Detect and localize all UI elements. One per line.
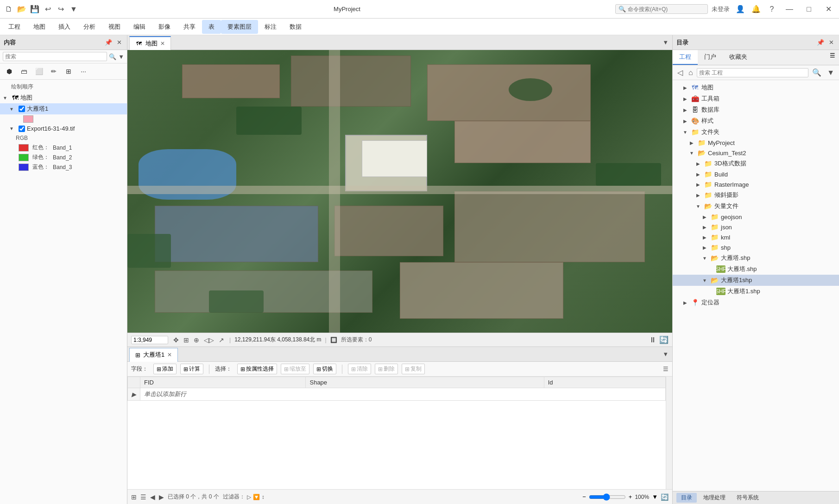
open-project-icon[interactable]: 📂 xyxy=(17,4,27,14)
build-expand-icon[interactable]: ▶ xyxy=(695,172,701,177)
command-search[interactable]: 🔍 xyxy=(615,4,708,14)
menu-feature-layer[interactable]: 要素图层 xyxy=(221,20,258,34)
dir-item-locator[interactable]: ▶ 📍 定位器 xyxy=(673,297,839,308)
menu-image[interactable]: 影像 xyxy=(152,20,177,34)
scale-input[interactable] xyxy=(131,336,168,344)
help-icon[interactable]: ? xyxy=(767,4,777,14)
bottom-tab-directory[interactable]: 目录 xyxy=(676,493,697,503)
menu-edit[interactable]: 编辑 xyxy=(127,20,152,34)
style-collapse-icon[interactable]: ▶ xyxy=(682,119,688,124)
calc-field-button[interactable]: ⊞ 计算 xyxy=(180,364,203,374)
dir-item-dayanta1-shp-file[interactable]: SHP 大雁塔1.shp xyxy=(673,286,839,297)
refresh-button[interactable]: 🔄 xyxy=(659,335,669,344)
more-icon[interactable]: ▼ xyxy=(69,4,79,14)
dir-item-kml[interactable]: ▶ 📁 kml xyxy=(673,232,839,242)
locate-tool[interactable]: ⊕ xyxy=(192,336,201,344)
add-icon[interactable]: ⊞ xyxy=(62,65,75,77)
dir-item-cesium[interactable]: ▼ 📂 Cesium_Test2 xyxy=(673,148,839,158)
dir-item-map[interactable]: ▶ 🗺 地图 xyxy=(673,82,839,93)
switch-button[interactable]: ⊞ 切换 xyxy=(313,364,336,374)
menu-share[interactable]: 共享 xyxy=(177,20,202,34)
dir-item-toolbox[interactable]: ▶ 🧰 工具箱 xyxy=(673,93,839,104)
dayanta1-checkbox[interactable] xyxy=(19,106,25,112)
dir-item-3d[interactable]: ▶ 📁 3D格式数据 xyxy=(673,158,839,169)
dir-item-oblique[interactable]: ▶ 📁 倾斜摄影 xyxy=(673,189,839,201)
map-tab-close-icon[interactable]: ✕ xyxy=(160,40,165,47)
table-prev-icon[interactable]: ◀ xyxy=(150,493,155,501)
save-project-icon[interactable]: 💾 xyxy=(30,4,40,14)
table-tab-options[interactable]: ▼ xyxy=(661,349,670,359)
zoom-plus-icon[interactable]: + xyxy=(629,493,632,500)
tif-checkbox[interactable] xyxy=(19,126,25,132)
dir-item-db[interactable]: ▶ 🗄 数据库 xyxy=(673,104,839,115)
new-project-icon[interactable]: 🗋 xyxy=(4,4,14,14)
table-refresh-icon[interactable]: 🔄 xyxy=(661,493,669,501)
menu-map[interactable]: 地图 xyxy=(27,20,52,34)
dir-item-dayanta-shp-file[interactable]: SHP 大雁塔.shp xyxy=(673,264,839,275)
shp-expand-icon[interactable]: ▶ xyxy=(701,245,708,250)
pin-icon[interactable]: 📌 xyxy=(103,38,114,46)
dir-item-shp[interactable]: ▶ 📁 shp xyxy=(673,242,839,252)
tif-expand-icon[interactable]: ▼ xyxy=(9,126,16,131)
pause-button[interactable]: ⏸ xyxy=(649,336,656,344)
toolbar-menu-icon[interactable]: ☰ xyxy=(663,365,669,372)
dir-menu-icon[interactable]: ☰ xyxy=(826,50,839,65)
dir-refresh-icon[interactable]: ▼ xyxy=(825,68,836,78)
add-row-label[interactable]: 单击以添加新行 xyxy=(140,388,666,401)
edit-icon[interactable]: ✏ xyxy=(47,65,60,77)
close-button[interactable]: ✕ xyxy=(821,2,835,16)
map-tab-options[interactable]: ▼ xyxy=(661,37,670,48)
vector-expand-icon[interactable]: ▼ xyxy=(695,204,701,209)
3d-expand-icon[interactable]: ▶ xyxy=(695,161,701,166)
grid-tool[interactable]: ⊞ xyxy=(182,336,190,344)
undo-icon[interactable]: ↩ xyxy=(43,4,53,14)
json-expand-icon[interactable]: ▶ xyxy=(701,225,708,230)
layer-export-tif[interactable]: ▼ Export16-31-49.tif xyxy=(0,124,127,133)
nav-tool[interactable]: ◁▷ xyxy=(202,336,215,344)
kml-expand-icon[interactable]: ▶ xyxy=(701,235,708,240)
dir-item-build[interactable]: ▶ 📁 Build xyxy=(673,169,839,179)
dir-item-geojson[interactable]: ▶ 📁 geojson xyxy=(673,212,839,222)
menu-insert[interactable]: 插入 xyxy=(52,20,77,34)
map-expand-icon[interactable]: ▼ xyxy=(3,95,9,101)
table-list-view-icon[interactable]: ☰ xyxy=(140,493,146,501)
more-options-icon[interactable]: ··· xyxy=(77,65,90,77)
charts-icon[interactable]: ⬜ xyxy=(32,65,45,77)
table-scrollbar[interactable] xyxy=(666,377,672,489)
map-tab[interactable]: 🗺 地图 ✕ xyxy=(129,36,171,50)
command-search-input[interactable] xyxy=(628,6,697,13)
locator-expand-icon[interactable]: ▶ xyxy=(682,300,688,305)
dayanta-shp-expand-icon[interactable]: ▼ xyxy=(701,256,708,261)
zoom-percent-dropdown[interactable]: ▼ xyxy=(652,493,658,500)
db-collapse-icon[interactable]: ▶ xyxy=(682,107,688,113)
dir-item-folder-root[interactable]: ▼ 📁 文件夹 xyxy=(673,126,839,138)
zoom-minus-icon[interactable]: − xyxy=(582,493,586,500)
bottom-tab-symbology[interactable]: 符号系统 xyxy=(732,493,763,503)
arrow-tool[interactable]: ↗ xyxy=(217,336,226,344)
layer-tree-map[interactable]: ▼ 🗺 地图 xyxy=(0,92,127,103)
table-main[interactable]: FID Shape Id ▶ 单击以添加新行 xyxy=(127,377,666,489)
toolbox-collapse-icon[interactable]: ▶ xyxy=(682,96,688,101)
delete-button[interactable]: ⊞ 删除 xyxy=(375,364,398,374)
attr-select-button[interactable]: ⊞ 按属性选择 xyxy=(237,364,277,374)
table-tab-close-icon[interactable]: ✕ xyxy=(167,352,172,358)
oblique-expand-icon[interactable]: ▶ xyxy=(695,193,701,198)
table-row-add[interactable]: ▶ 单击以添加新行 xyxy=(128,388,666,401)
dir-home-icon[interactable]: ⌂ xyxy=(687,68,695,78)
dir-item-raster[interactable]: ▶ 📁 RasterImage xyxy=(673,179,839,189)
menu-view[interactable]: 视图 xyxy=(102,20,127,34)
dir-item-json[interactable]: ▶ 📁 json xyxy=(673,222,839,232)
table-grid-view-icon[interactable]: ⊞ xyxy=(131,493,137,501)
layer-dayanta1[interactable]: ▼ 大雁塔1 xyxy=(0,103,127,114)
dir-item-dayanta1shp-folder[interactable]: ▼ 📂 大雁塔1shp xyxy=(673,275,839,286)
minimize-button[interactable]: — xyxy=(782,2,796,16)
cesium-expand-icon[interactable]: ▼ xyxy=(688,151,695,156)
dir-tab-portal[interactable]: 门户 xyxy=(698,50,723,65)
dir-search-input[interactable] xyxy=(699,69,806,76)
contents-close-icon[interactable]: ✕ xyxy=(115,38,123,46)
dir-pin-icon[interactable]: 📌 xyxy=(815,38,826,46)
table-next-icon[interactable]: ▶ xyxy=(159,493,164,501)
contents-search-input[interactable] xyxy=(3,52,107,61)
filter-layer-icon[interactable]: ⬢ xyxy=(3,65,16,77)
clear-button[interactable]: ⊞ 清除 xyxy=(348,364,371,374)
